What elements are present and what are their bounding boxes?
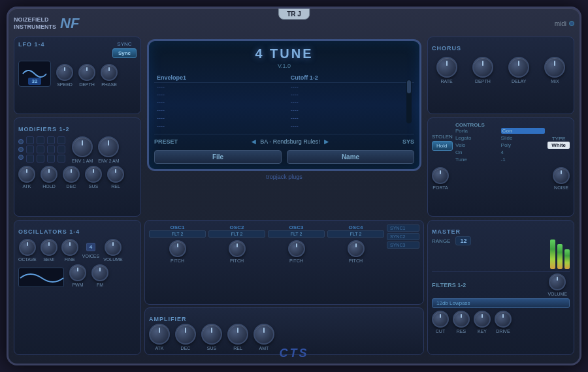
mod-dec-knob[interactable] <box>63 166 80 183</box>
mod-hold-knob[interactable] <box>41 166 57 183</box>
center-bottom: OSC1 FLT 2 PITCH OSC2 FLT 2 PITCH <box>144 220 424 355</box>
matrix-dot <box>57 146 65 153</box>
lfo-wave-display: 32 <box>18 61 51 87</box>
next-arrow[interactable]: ► <box>323 137 331 146</box>
mod-dot-1 <box>18 139 24 144</box>
semi-knob[interactable] <box>41 239 57 256</box>
osc-title: OSCILLATORS 1-4 <box>18 228 80 235</box>
logo: NOIZEFIELD INSTRUMENTS NF <box>14 15 79 32</box>
prev-arrow[interactable]: ◄ <box>250 137 257 146</box>
lfo-depth-group: DEPTH <box>78 64 95 87</box>
env2-am-knob[interactable] <box>98 136 119 157</box>
preset-area: PRESET ◄ BA - Rendsburg Rules! ► SYS <box>154 134 414 146</box>
neg1-item: -1 <box>501 157 546 163</box>
filters-label: FILTERS 1-2 <box>432 282 466 288</box>
res-knob[interactable] <box>453 311 470 328</box>
drive-knob[interactable] <box>495 311 512 328</box>
osc3-col: OSC3 FLT 2 PITCH <box>268 225 325 263</box>
poly-item: Poly <box>501 142 546 148</box>
trj-badge: TR J <box>278 8 310 20</box>
sync-button[interactable]: Sync <box>112 48 137 58</box>
mod-rel-knob[interactable] <box>107 166 124 183</box>
chorus-mix-knob[interactable] <box>544 57 565 78</box>
on-item: On <box>455 149 500 155</box>
lfo-speed-knob[interactable] <box>56 64 73 81</box>
porta-knob[interactable] <box>432 167 449 184</box>
filter-type-button[interactable]: 12db Lowpass <box>432 298 570 308</box>
chorus-panel: CHORUS RATE DEPTH DELAY MIX <box>427 37 574 114</box>
matrix-dot <box>37 146 44 153</box>
noise-knob[interactable] <box>553 167 570 184</box>
osc3-pitch-knob[interactable] <box>288 240 305 257</box>
fine-knob[interactable] <box>61 239 78 256</box>
cut-knob[interactable] <box>432 311 449 328</box>
octave-knob[interactable] <box>19 239 36 256</box>
preset-label: PRESET <box>154 138 178 145</box>
sync-label: SYNC <box>117 41 131 47</box>
scroll-handle[interactable] <box>407 80 411 93</box>
porta-main-group: PORTA <box>432 167 449 190</box>
chorus-depth-group: DEPTH <box>472 57 493 84</box>
lfo-panel: LFO 1-4 SYNC Sync 32 SPEED <box>14 37 141 114</box>
stolen-label: STOLEN <box>432 134 453 140</box>
lfo-depth-knob[interactable] <box>78 64 95 81</box>
table-row: -------- <box>154 83 414 91</box>
hold-button[interactable]: Hold <box>432 141 453 151</box>
noise-group: NOISE <box>553 167 570 190</box>
amp-rel-knob[interactable] <box>227 324 248 345</box>
name-button[interactable]: Name <box>287 150 414 164</box>
amp-dec-knob[interactable] <box>175 324 196 345</box>
osc2-col: OSC2 FLT 2 PITCH <box>208 225 265 263</box>
flt3: FLT 2 <box>268 230 325 238</box>
master-panel: MASTER RANGE 12 FILTERS 1-2 <box>427 220 574 355</box>
table-row: -------- <box>154 99 414 106</box>
tune-label: Tune <box>455 157 500 163</box>
porta-grid: Porta Con Legato Slide Velo Poly On 4 Tu… <box>455 128 545 163</box>
env1-am-group: ENV 1 AM <box>72 136 93 163</box>
display-scrollbar[interactable] <box>406 80 412 123</box>
osc1-pitch-knob[interactable] <box>169 240 186 257</box>
modifiers-title: MODIFIERS 1-2 <box>18 126 70 132</box>
osc2-pitch-knob[interactable] <box>229 240 246 257</box>
amp-amt-knob[interactable] <box>253 324 274 345</box>
app-title: 4 TUNE <box>154 46 414 61</box>
chorus-depth-label: DEPTH <box>475 79 491 84</box>
range-label: RANGE <box>432 238 450 244</box>
mod-dot-2 <box>18 147 24 152</box>
midi-indicator: midi <box>555 20 574 27</box>
file-button[interactable]: File <box>154 150 282 164</box>
lfo-phase-knob[interactable] <box>101 64 118 81</box>
fm-knob[interactable] <box>91 264 108 281</box>
controls-title: CONTROLS <box>455 122 545 128</box>
vu-left <box>550 240 555 269</box>
osc4-col: OSC4 FLT 2 PITCH <box>327 225 384 263</box>
vu-meters <box>550 236 570 269</box>
key-knob[interactable] <box>474 311 491 328</box>
midi-dot <box>569 21 574 26</box>
osc-volume-knob[interactable] <box>105 239 122 256</box>
velo-item: Velo <box>455 142 500 148</box>
osc4-pitch-knob[interactable] <box>348 240 365 257</box>
chorus-depth-knob[interactable] <box>472 57 493 78</box>
amp-sus-knob[interactable] <box>201 324 222 345</box>
lfo-title: LFO 1-4 <box>18 41 45 48</box>
chorus-title: CHORUS <box>432 45 461 52</box>
chorus-rate-label: RATE <box>441 79 453 84</box>
pwm-knob[interactable] <box>69 264 86 281</box>
chorus-rate-knob[interactable] <box>436 57 457 78</box>
chorus-delay-knob[interactable] <box>508 57 529 78</box>
lfo-depth-label: DEPTH <box>79 82 95 87</box>
mod-sus-knob[interactable] <box>85 166 102 183</box>
env1-am-knob[interactable] <box>72 136 93 157</box>
master-volume-knob[interactable] <box>549 273 566 290</box>
logo-text: NOIZEFIELD INSTRUMENTS <box>14 16 56 31</box>
modifiers-panel: MODIFIERS 1-2 <box>14 117 141 217</box>
range-value: 12 <box>455 236 471 245</box>
col2-header: Cutoff 1-2 <box>288 73 414 83</box>
mod-atk-knob[interactable] <box>18 166 35 183</box>
amp-atk-knob[interactable] <box>149 324 170 345</box>
display-buttons: File Name <box>154 150 414 164</box>
matrix-dot <box>26 136 34 144</box>
table-row: -------- <box>154 91 414 99</box>
env2-am-label: ENV 2 AM <box>98 159 119 163</box>
